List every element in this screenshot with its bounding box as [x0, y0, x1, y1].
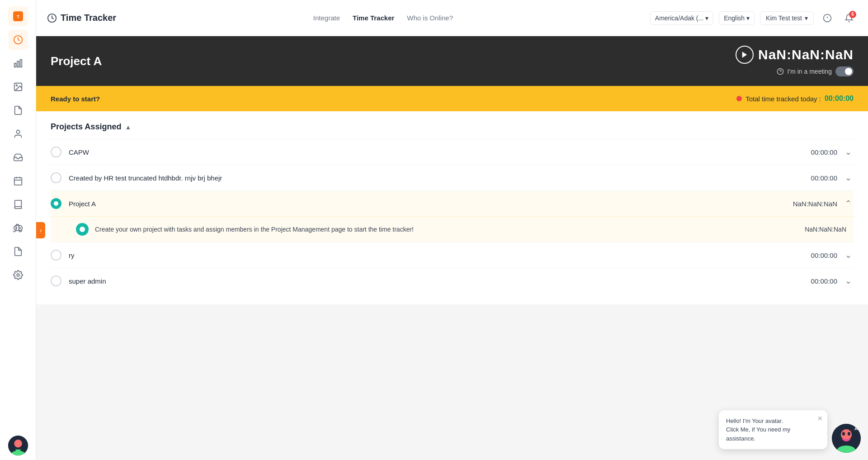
svg-marker-26: [742, 52, 747, 58]
projects-section: Projects Assigned ▲ CAPW 00:00:00 ⌄ Crea…: [36, 111, 868, 304]
chat-close-button[interactable]: ✕: [817, 414, 823, 423]
expand-capw[interactable]: ⌄: [843, 147, 854, 157]
meeting-row: I'm in a meeting: [777, 66, 854, 76]
sidebar-item-files[interactable]: [8, 242, 28, 261]
header: Time Tracker Integrate Time Tracker Who …: [36, 0, 868, 36]
timer-top: NaN:NaN:NaN: [736, 46, 854, 64]
project-banner: Project A NaN:NaN:NaN I'm in a meeting: [36, 36, 868, 86]
total-time-label: Total time tracked today :: [745, 95, 821, 103]
nav-integrate[interactable]: Integrate: [313, 14, 340, 22]
subtask-row[interactable]: Create your own project with tasks and a…: [51, 216, 854, 242]
total-time-display: Total time tracked today : 00:00:00: [736, 95, 854, 103]
svg-text:T: T: [16, 14, 19, 19]
chat-bubble: ✕ Hello! I'm Your avatar. Click Me, if Y…: [719, 410, 827, 450]
project-time-ry: 00:00:00: [811, 251, 837, 259]
section-header: Projects Assigned ▲: [51, 122, 854, 132]
svg-point-21: [14, 440, 22, 448]
header-right: America/Adak (... ▾ English ▾ Kim Test t…: [650, 10, 857, 26]
sort-icon[interactable]: ▲: [125, 123, 131, 131]
svg-point-8: [16, 130, 19, 133]
sidebar-item-documents[interactable]: [8, 100, 28, 120]
section-title: Projects Assigned: [51, 122, 121, 132]
project-name-superadmin: super admin: [69, 277, 811, 285]
svg-point-16: [20, 228, 20, 228]
timezone-selector[interactable]: America/Adak (... ▾: [650, 11, 713, 25]
expand-ry[interactable]: ⌄: [843, 250, 854, 260]
meeting-label: I'm in a meeting: [788, 68, 832, 75]
question-icon: [777, 68, 784, 75]
sidebar-logo[interactable]: T: [8, 6, 28, 26]
project-row[interactable]: CAPW 00:00:00 ⌄: [51, 139, 854, 165]
project-radio-ry[interactable]: [51, 250, 61, 261]
play-button[interactable]: [736, 46, 754, 64]
info-button[interactable]: [819, 10, 835, 26]
subtask-time: NaN:NaN:NaN: [805, 226, 846, 233]
svg-point-7: [16, 85, 17, 86]
lang-chevron-icon: ▾: [746, 14, 750, 22]
sidebar-item-games[interactable]: [8, 218, 28, 238]
project-row[interactable]: super admin 00:00:00 ⌄: [51, 268, 854, 294]
subtask-radio[interactable]: [76, 223, 89, 236]
sidebar-item-books[interactable]: [8, 194, 28, 214]
total-time-value: 00:00:00: [825, 95, 854, 103]
svg-rect-17: [14, 226, 22, 231]
chat-greeting: Hello! I'm Your avatar.: [726, 417, 820, 426]
notifications-button[interactable]: 6: [841, 10, 857, 26]
ready-bar: Ready to start? Total time tracked today…: [36, 86, 868, 111]
nav-whoisonline[interactable]: Who is Online?: [407, 14, 453, 22]
language-value: English: [724, 14, 745, 22]
project-banner-title: Project A: [51, 54, 102, 68]
sidebar-item-timetracker[interactable]: [8, 30, 28, 50]
timezone-value: America/Adak (...: [655, 14, 703, 22]
timer-display: NaN:NaN:NaN I'm in a meeting: [736, 46, 854, 76]
project-radio-superadmin[interactable]: [51, 275, 61, 286]
nav-timetracker[interactable]: Time Tracker: [353, 14, 394, 22]
expand-superadmin[interactable]: ⌄: [843, 276, 854, 286]
expand-projecta[interactable]: ⌃: [843, 199, 854, 209]
clock-icon: [47, 13, 57, 23]
timer-value: NaN:NaN:NaN: [758, 47, 854, 62]
avatar-bubble[interactable]: AI: [832, 424, 861, 453]
project-name-hrtest: Created by HR test truncated htdhbdr. rn…: [69, 174, 811, 182]
page-title: Time Tracker: [61, 13, 116, 23]
project-time-superadmin: 00:00:00: [811, 277, 837, 285]
ready-text: Ready to start?: [51, 95, 100, 103]
svg-point-15: [19, 228, 19, 228]
meeting-toggle[interactable]: [835, 66, 854, 76]
project-name-capw: CAPW: [69, 148, 811, 156]
main-area: Time Tracker Integrate Time Tracker Who …: [36, 0, 868, 460]
svg-rect-4: [17, 61, 19, 67]
subtask-text: Create your own project with tasks and a…: [95, 226, 805, 233]
sidebar-item-gallery[interactable]: [8, 77, 28, 97]
timezone-chevron-icon: ▾: [705, 14, 708, 22]
sidebar-item-analytics[interactable]: [8, 53, 28, 73]
svg-rect-9: [14, 178, 22, 185]
project-row[interactable]: Created by HR test truncated htdhbdr. rn…: [51, 165, 854, 190]
sidebar: T: [0, 0, 36, 460]
sidebar-item-calendar[interactable]: [8, 171, 28, 191]
language-selector[interactable]: English ▾: [719, 11, 755, 25]
expand-hrtest[interactable]: ⌄: [843, 173, 854, 183]
project-name-projecta: Project A: [69, 200, 793, 208]
user-menu-button[interactable]: Kim Test test ▾: [760, 11, 814, 25]
sidebar-item-settings[interactable]: [8, 265, 28, 285]
sidebar-item-inbox[interactable]: [8, 147, 28, 167]
sidebar-toggle[interactable]: [36, 222, 45, 238]
project-row-active[interactable]: Project A NaN:NaN:NaN ⌃: [51, 190, 854, 216]
project-name-ry: ry: [69, 251, 811, 259]
svg-point-33: [848, 432, 850, 436]
sidebar-avatar[interactable]: [8, 436, 28, 455]
header-title: Time Tracker: [47, 13, 116, 23]
sidebar-item-users[interactable]: [8, 124, 28, 144]
svg-rect-5: [20, 60, 22, 67]
project-radio-capw[interactable]: [51, 147, 61, 157]
avatar-icon: AI: [832, 424, 861, 453]
svg-point-18: [17, 274, 19, 276]
project-radio-projecta[interactable]: [51, 198, 61, 209]
content-area: Project A NaN:NaN:NaN I'm in a meeting: [36, 36, 868, 460]
project-radio-hrtest[interactable]: [51, 172, 61, 183]
info-icon: [823, 14, 832, 23]
svg-point-32: [842, 432, 845, 436]
project-row[interactable]: ry 00:00:00 ⌄: [51, 242, 854, 268]
header-nav: Integrate Time Tracker Who is Online?: [313, 14, 453, 22]
